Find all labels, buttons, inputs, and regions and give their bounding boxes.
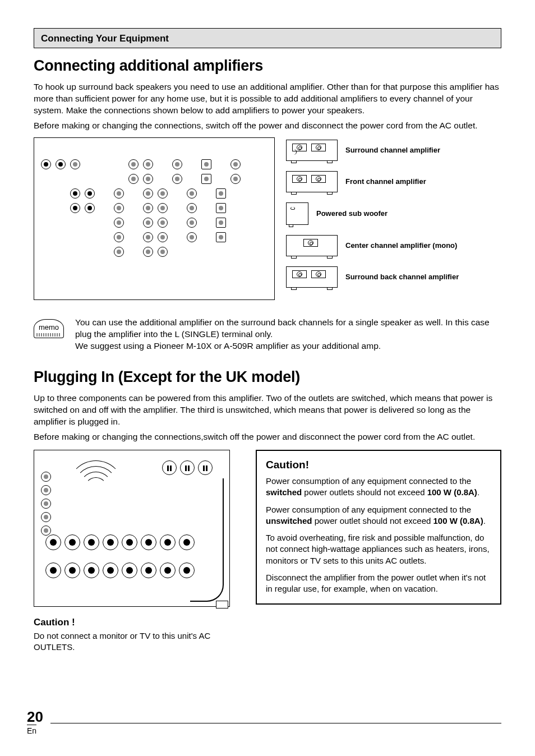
caution-box-p1: Power consumption of any equipment conne… [266,476,491,499]
front-amp-label: Front channel amplifier [345,177,426,186]
caution-small-heading: Caution ! [34,617,241,628]
surround-amp-label: Surround channel amplifier [345,146,440,155]
ac-outlet-icon [162,460,177,475]
power-plug-icon [216,601,228,609]
memo-para2: We suggest using a Pioneer M-10X or A-50… [75,340,501,352]
caution-monitor-note: Caution ! Do not connect a monitor or TV… [34,617,241,652]
ac-outlet-diagram [34,450,230,607]
section2-para2: Before making or changing the connection… [34,431,501,443]
page-footer: 20 En [27,708,43,736]
memo-badge-icon: memo [34,319,64,338]
subwoofer-label: Powered sub woofer [316,209,388,218]
surround-amp-icon [286,140,338,161]
section1-para2: Before making or changing the connection… [34,120,501,132]
caution-box-heading: Caution! [266,459,491,471]
caution-box-p3: To avoid overheating, fire risk and poss… [266,532,491,566]
chapter-title: Connecting Your Equipment [41,33,494,44]
section-heading-plugging: Plugging In (Except for the UK model) [34,368,501,386]
ac-outlet-icon [180,460,195,475]
section-heading-amplifiers: Connecting additional amplifiers [34,57,501,75]
memo-block: memo You can use the additional amplifie… [34,317,501,352]
external-amplifiers-column: Surround channel amplifier Front channel… [286,137,501,300]
back-amp-icon [286,266,338,288]
section1-para1: To hook up surround back speakers you ne… [34,81,501,117]
page-language: En [27,725,36,735]
caution-small-text: Do not connect a monitor or TV to this u… [34,630,241,652]
caution-box-p2: Power consumption of any equipment conne… [266,504,491,527]
chapter-header: Connecting Your Equipment [34,28,501,48]
caution-box: Caution! Power consumption of any equipm… [256,450,501,605]
receiver-rear-panel [34,137,275,300]
ac-outlet-icon [198,460,213,475]
memo-para1: You can use the additional amplifier on … [75,317,501,340]
footer-rule [50,723,501,723]
subwoofer-icon [286,202,308,225]
page-number: 20 [27,708,43,726]
amplifier-connection-diagram: Surround channel amplifier Front channel… [34,137,501,300]
caution-box-p4: Disconnect the amplifier from the power … [266,572,491,595]
back-amp-label: Surround back channel amplifier [345,273,459,282]
section2-para1: Up to three components can be powered fr… [34,393,501,428]
front-amp-icon [286,171,338,192]
center-amp-icon [286,235,338,256]
center-amp-label: Center channel amplifier (mono) [345,241,457,250]
